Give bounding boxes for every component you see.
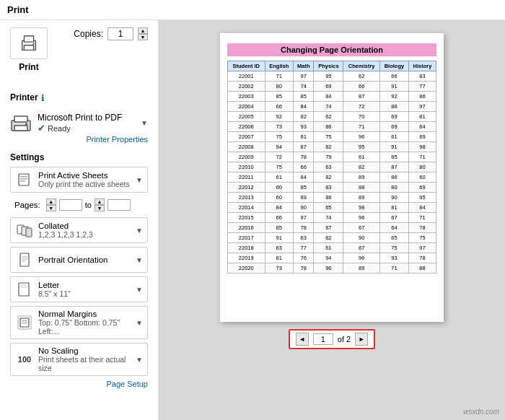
table-cell: 22012 [228, 183, 265, 193]
print-sheets-icon [15, 170, 34, 189]
portrait-svg-icon [17, 252, 32, 268]
preview-title: Changing Page Orientation [227, 43, 436, 56]
table-cell: 95 [314, 71, 343, 82]
pages-from-down[interactable]: ▼ [46, 205, 56, 211]
setting-letter[interactable]: Letter 8.5" x 11" ▼ [10, 276, 148, 302]
page-preview: Changing Page Orientation Student IDEngl… [220, 33, 444, 322]
printer-info-icon[interactable]: ℹ [41, 93, 45, 103]
collated-dropdown[interactable]: ▼ [136, 227, 143, 235]
table-cell: 89 [294, 193, 314, 203]
table-cell: 69 [408, 183, 436, 193]
main-content: Print Copies: ▲ ▼ Printer ℹ [0, 20, 505, 420]
table-row: 22009727879618571 [228, 152, 436, 162]
table-cell: 91 [379, 142, 408, 152]
pages-to-spinner[interactable]: ▲ ▼ [95, 198, 105, 211]
pages-from-input[interactable] [59, 199, 82, 211]
printer-info: Microsoft Print to PDF ✔ Ready [38, 113, 135, 134]
setting-scaling-text: No Scaling Print sheets at their actual … [38, 346, 136, 372]
table-cell: 77 [294, 243, 314, 253]
setting-margins[interactable]: Normal Margins Top: 0.75" Bottom: 0.75" … [10, 306, 148, 339]
portrait-icon [15, 250, 34, 269]
print-button-area[interactable]: Print [10, 27, 48, 72]
scaling-dropdown[interactable]: ▼ [136, 356, 143, 364]
table-cell: 97 [294, 71, 314, 82]
print-sheets-dropdown[interactable]: ▼ [136, 176, 143, 184]
table-header-cell: Math [294, 61, 314, 71]
letter-dropdown[interactable]: ▼ [136, 286, 143, 294]
pages-label: Pages: [14, 201, 40, 209]
setting-scaling[interactable]: 100 No Scaling Print sheets at their act… [10, 343, 148, 376]
print-icon-box[interactable] [10, 27, 48, 59]
print-button-label[interactable]: Print [19, 62, 38, 72]
pages-to-input[interactable] [107, 199, 131, 211]
table-cell: 90 [294, 203, 314, 213]
table-cell: 76 [294, 253, 314, 263]
setting-print-active-sheets[interactable]: Print Active Sheets Only print the activ… [10, 167, 148, 193]
margins-icon [15, 313, 34, 332]
svg-point-3 [32, 43, 34, 45]
setting-portrait[interactable]: Portrait Orientation ▼ [10, 247, 148, 273]
copies-spinner[interactable]: ▲ ▼ [138, 27, 148, 40]
table-cell: 65 [314, 203, 343, 213]
table-cell: 78 [294, 152, 314, 162]
copies-area: Copies: ▲ ▼ [71, 27, 148, 40]
margins-dropdown[interactable]: ▼ [136, 319, 143, 327]
printer-properties-link[interactable]: Printer Properties [10, 135, 148, 144]
table-cell: 22020 [228, 263, 265, 274]
table-cell: 22003 [228, 92, 265, 102]
svg-rect-11 [20, 180, 25, 182]
table-cell: 71 [379, 263, 408, 274]
table-cell: 94 [265, 142, 293, 152]
copies-input[interactable] [107, 27, 133, 40]
table-header-cell: Chemistry [343, 61, 380, 71]
table-cell: 80 [265, 82, 293, 92]
table-row: 22020737896897188 [228, 263, 436, 274]
table-cell: 22004 [228, 102, 265, 112]
printer-dropdown-arrow[interactable]: ▼ [141, 119, 148, 127]
pages-from-up[interactable]: ▲ [46, 198, 56, 205]
table-cell: 60 [265, 193, 293, 203]
table-header-cell: History [408, 61, 436, 71]
setting-portrait-text: Portrait Orientation [38, 255, 136, 264]
table-cell: 75 [408, 233, 436, 243]
table-cell: 22005 [228, 112, 265, 122]
setting-margins-sub: Top: 0.75" Bottom: 0.75" Left:... [38, 318, 136, 336]
table-row: 22019817694969378 [228, 253, 436, 263]
copies-down-btn[interactable]: ▼ [138, 34, 148, 40]
letter-icon [15, 280, 34, 299]
status-check-icon: ✔ [38, 123, 45, 134]
table-cell: 71 [343, 122, 380, 132]
page-setup-link[interactable]: Page Setup [10, 380, 148, 388]
table-cell: 63 [294, 233, 314, 243]
table-cell: 61 [314, 243, 343, 253]
scaling-icon-text: 100 [18, 355, 31, 364]
page-number-input[interactable] [313, 333, 333, 345]
pages-from-spinner[interactable]: ▲ ▼ [46, 198, 56, 211]
table-cell: 98 [343, 203, 380, 213]
table-cell: 75 [265, 162, 293, 172]
setting-print-sheets-text: Print Active Sheets Only print the activ… [38, 171, 136, 188]
portrait-dropdown[interactable]: ▼ [136, 256, 143, 264]
table-cell: 85 [379, 152, 408, 162]
pages-to-up[interactable]: ▲ [95, 198, 105, 205]
svg-rect-20 [20, 284, 27, 286]
table-cell: 75 [265, 132, 293, 142]
table-cell: 66 [379, 71, 408, 82]
table-cell: 22006 [228, 122, 265, 132]
table-cell: 78 [408, 223, 436, 233]
prev-page-button[interactable]: ◄ [296, 333, 309, 346]
table-cell: 96 [343, 132, 380, 142]
table-row: 22010756663828780 [228, 162, 436, 172]
table-cell: 82 [343, 162, 380, 172]
next-page-button[interactable]: ► [355, 333, 368, 346]
table-cell: 94 [314, 253, 343, 263]
setting-collated[interactable]: Collated 1,2,3 1,2,3 1,2,3 ▼ [10, 217, 148, 243]
title-bar: Print [0, 0, 505, 20]
table-row: 22003858584879286 [228, 92, 436, 102]
table-cell: 22011 [228, 172, 265, 183]
pages-to-down[interactable]: ▼ [95, 205, 105, 211]
table-cell: 96 [343, 253, 380, 263]
table-cell: 69 [314, 82, 343, 92]
table-row: 22013608988899095 [228, 193, 436, 203]
copies-up-btn[interactable]: ▲ [138, 27, 148, 34]
